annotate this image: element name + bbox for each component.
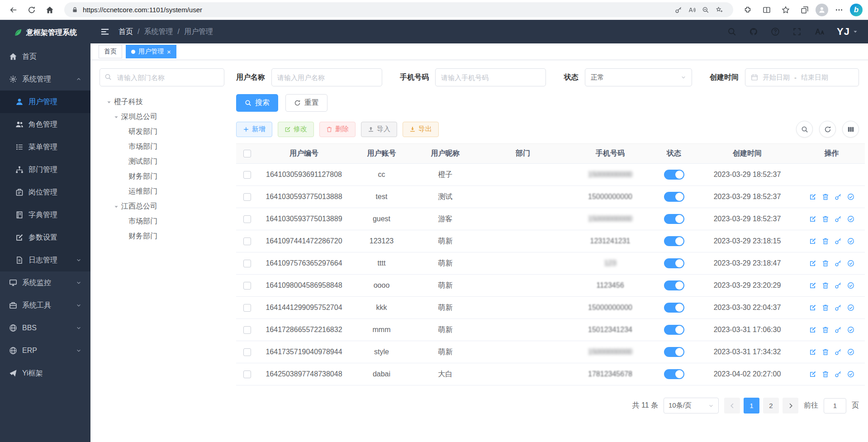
edit-icon[interactable] bbox=[809, 371, 816, 378]
delete-icon[interactable] bbox=[822, 238, 829, 245]
status-toggle[interactable] bbox=[664, 192, 684, 202]
sidebar-item-log[interactable]: 日志管理 bbox=[0, 249, 90, 271]
next-page-button[interactable] bbox=[783, 398, 798, 413]
check-circle-icon[interactable] bbox=[847, 304, 854, 311]
tab-home[interactable]: 首页 bbox=[99, 45, 122, 58]
edit-icon[interactable] bbox=[809, 260, 816, 267]
edit-icon[interactable] bbox=[809, 282, 816, 289]
check-circle-icon[interactable] bbox=[847, 238, 854, 245]
sidebar-toggle-icon[interactable] bbox=[100, 27, 109, 36]
export-button[interactable]: 导出 bbox=[403, 122, 439, 137]
tree-node[interactable]: 江西总公司 bbox=[100, 199, 224, 214]
caret-down-icon[interactable] bbox=[111, 114, 121, 120]
tree-node[interactable]: 测试部门 bbox=[100, 154, 224, 169]
more-menu-icon[interactable] bbox=[831, 2, 847, 18]
tree-node[interactable]: 财务部门 bbox=[100, 169, 224, 184]
font-size-icon[interactable] bbox=[814, 27, 824, 37]
row-checkbox[interactable] bbox=[243, 282, 251, 290]
profile-avatar[interactable] bbox=[816, 4, 828, 16]
key-icon[interactable] bbox=[835, 260, 842, 267]
key-icon[interactable] bbox=[835, 238, 842, 245]
app-logo[interactable]: 意框架管理系统 bbox=[0, 20, 90, 45]
edit-icon[interactable] bbox=[809, 304, 816, 311]
sidebar-item-user[interactable]: 用户管理 bbox=[0, 90, 90, 113]
bing-icon[interactable]: b bbox=[850, 4, 863, 16]
collections-icon[interactable] bbox=[797, 2, 813, 18]
edit-icon[interactable] bbox=[809, 193, 816, 200]
status-toggle[interactable] bbox=[664, 369, 684, 379]
edit-icon[interactable] bbox=[809, 348, 816, 356]
row-checkbox[interactable] bbox=[243, 260, 251, 267]
sidebar-item-config[interactable]: 参数设置 bbox=[0, 226, 90, 249]
sidebar-item-erp[interactable]: ERP bbox=[0, 339, 90, 362]
column-settings-button[interactable] bbox=[842, 121, 859, 138]
edit-icon[interactable] bbox=[809, 326, 816, 333]
tab-user-management[interactable]: 用户管理 × bbox=[126, 45, 176, 58]
url-text[interactable]: https://ccnetcore.com:1101/system/user bbox=[83, 6, 672, 14]
check-circle-icon[interactable] bbox=[847, 348, 854, 356]
fullscreen-icon[interactable] bbox=[792, 27, 802, 36]
check-circle-icon[interactable] bbox=[847, 193, 854, 200]
key-icon[interactable] bbox=[835, 304, 842, 311]
edit-icon[interactable] bbox=[809, 215, 816, 223]
extensions-icon[interactable] bbox=[740, 2, 756, 18]
username-input[interactable] bbox=[271, 68, 382, 86]
browser-home-icon[interactable] bbox=[42, 2, 58, 18]
favorites-add-icon[interactable] bbox=[712, 4, 726, 16]
delete-icon[interactable] bbox=[822, 193, 829, 200]
key-icon[interactable] bbox=[835, 348, 842, 356]
caret-down-icon[interactable] bbox=[111, 204, 121, 209]
check-circle-icon[interactable] bbox=[847, 215, 854, 223]
status-toggle[interactable] bbox=[664, 347, 684, 357]
sidebar-item-home[interactable]: 首页 bbox=[0, 45, 90, 68]
edit-icon[interactable] bbox=[809, 238, 816, 245]
delete-icon[interactable] bbox=[822, 304, 829, 311]
page-button-2[interactable]: 2 bbox=[763, 398, 779, 413]
sidebar-item-system[interactable]: 系统管理 bbox=[0, 68, 90, 90]
tree-node[interactable]: 市场部门 bbox=[100, 139, 224, 154]
delete-icon[interactable] bbox=[822, 326, 829, 333]
status-toggle[interactable] bbox=[664, 236, 684, 246]
status-select[interactable]: 正常 bbox=[585, 68, 692, 86]
status-toggle[interactable] bbox=[664, 303, 684, 313]
row-checkbox[interactable] bbox=[243, 326, 251, 334]
zoom-out-icon[interactable] bbox=[699, 4, 712, 16]
check-circle-icon[interactable] bbox=[847, 371, 854, 378]
sidebar-item-dept[interactable]: 部门管理 bbox=[0, 158, 90, 181]
delete-icon[interactable] bbox=[822, 260, 829, 267]
date-range-picker[interactable]: 开始日期 - 结束日期 bbox=[745, 68, 859, 86]
delete-button[interactable]: 删除 bbox=[319, 122, 356, 137]
key-icon[interactable] bbox=[835, 326, 842, 333]
sidebar-item-tools[interactable]: 系统工具 bbox=[0, 294, 90, 317]
refresh-table-button[interactable] bbox=[819, 121, 836, 138]
dept-search-input[interactable] bbox=[100, 68, 224, 86]
status-toggle[interactable] bbox=[664, 258, 684, 268]
delete-icon[interactable] bbox=[822, 282, 829, 289]
delete-icon[interactable] bbox=[822, 348, 829, 356]
search-button[interactable]: 搜索 bbox=[236, 94, 278, 112]
sidebar-item-bbs[interactable]: BBS bbox=[0, 317, 90, 339]
delete-icon[interactable] bbox=[822, 215, 829, 223]
row-checkbox[interactable] bbox=[243, 348, 251, 356]
select-all-checkbox[interactable] bbox=[243, 150, 251, 157]
page-button-1[interactable]: 1 bbox=[744, 398, 759, 413]
prev-page-button[interactable] bbox=[724, 398, 740, 413]
check-circle-icon[interactable] bbox=[847, 326, 854, 333]
status-toggle[interactable] bbox=[664, 214, 684, 224]
user-avatar[interactable]: YJ bbox=[837, 26, 858, 38]
phone-input[interactable] bbox=[435, 68, 546, 86]
row-checkbox[interactable] bbox=[243, 238, 251, 245]
import-button[interactable]: 导入 bbox=[361, 122, 397, 137]
sidebar-item-menu[interactable]: 菜单管理 bbox=[0, 136, 90, 158]
delete-icon[interactable] bbox=[822, 371, 829, 378]
sidebar-item-monitor[interactable]: 系统监控 bbox=[0, 271, 90, 294]
tree-node[interactable]: 市场部门 bbox=[100, 214, 224, 229]
key-icon[interactable] bbox=[835, 193, 842, 200]
row-checkbox[interactable] bbox=[243, 371, 251, 378]
reset-button[interactable]: 重置 bbox=[285, 94, 327, 112]
goto-page-input[interactable] bbox=[824, 398, 846, 413]
help-icon[interactable] bbox=[771, 27, 780, 36]
tree-node[interactable]: 橙子科技 bbox=[100, 95, 224, 109]
split-screen-icon[interactable] bbox=[759, 2, 775, 18]
row-checkbox[interactable] bbox=[243, 304, 251, 312]
